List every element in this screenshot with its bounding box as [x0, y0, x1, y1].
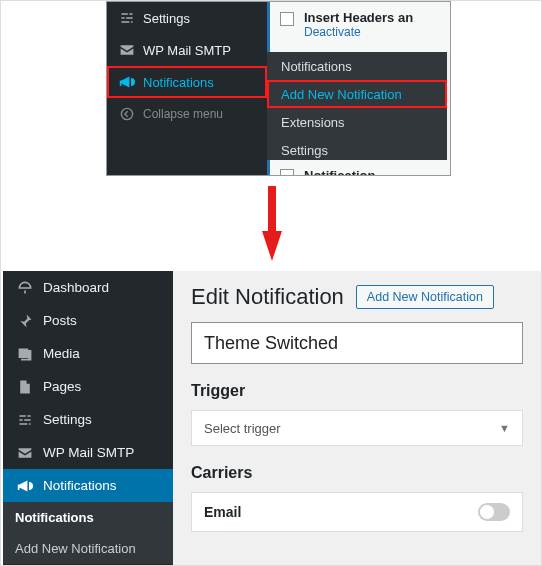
sliders-icon: [15, 412, 35, 428]
trigger-select[interactable]: Select trigger ▼: [191, 410, 523, 446]
carrier-toggle[interactable]: [478, 503, 510, 521]
screenshot-bottom: Dashboard Posts Media Pages: [3, 271, 541, 565]
plugin-row: Insert Headers an Deactivate: [267, 2, 451, 52]
collapse-menu[interactable]: Collapse menu: [107, 98, 267, 130]
sidebar-item-posts[interactable]: Posts: [3, 304, 173, 337]
notification-title-input[interactable]: [191, 322, 523, 364]
main-content: Edit Notification Add New Notification T…: [173, 271, 541, 565]
submenu-notifications[interactable]: Notifications: [267, 52, 447, 80]
plugin-deactivate-link[interactable]: Deactivate: [304, 25, 413, 39]
highlight-box-submenu: [267, 80, 447, 108]
plugin-row-2: Notification: [267, 160, 451, 176]
page-icon: [15, 379, 35, 395]
sidebar-label: Settings: [43, 412, 92, 427]
red-arrow-down-icon: [262, 186, 282, 261]
sliders-icon: [117, 10, 137, 26]
sidebar-item-wp-mail-smtp[interactable]: WP Mail SMTP: [107, 34, 267, 66]
sidebar-item-dashboard[interactable]: Dashboard: [3, 271, 173, 304]
sidebar-item-pages[interactable]: Pages: [3, 370, 173, 403]
sidebar-item-settings[interactable]: Settings: [3, 403, 173, 436]
sidebar-item-media[interactable]: Media: [3, 337, 173, 370]
mail-icon: [15, 445, 35, 461]
sidebar-label: Media: [43, 346, 80, 361]
media-icon: [15, 346, 35, 362]
sidebar-label: Settings: [143, 11, 190, 26]
plugin-name: Notification: [304, 168, 376, 177]
pin-icon: [15, 313, 35, 329]
sidebar-label: WP Mail SMTP: [143, 43, 231, 58]
mail-icon: [117, 42, 137, 58]
submenu-notifications[interactable]: Notifications: [3, 502, 173, 533]
svg-point-0: [121, 108, 132, 119]
sidebar-item-wp-mail-smtp[interactable]: WP Mail SMTP: [3, 436, 173, 469]
carriers-section-label: Carriers: [191, 464, 523, 482]
trigger-placeholder: Select trigger: [204, 421, 281, 436]
trigger-section-label: Trigger: [191, 382, 523, 400]
add-new-notification-button[interactable]: Add New Notification: [356, 285, 494, 309]
megaphone-icon: [15, 478, 35, 494]
sidebar-label: Dashboard: [43, 280, 109, 295]
sidebar-label: Notifications: [43, 478, 117, 493]
collapse-label: Collapse menu: [143, 107, 223, 121]
carrier-label: Email: [204, 504, 241, 520]
sidebar-label: Posts: [43, 313, 77, 328]
screenshot-top: Settings WP Mail SMTP Notifications Coll…: [106, 1, 451, 176]
page-title: Edit Notification: [191, 284, 344, 310]
notifications-submenu: Notifications Add New Notification Exten…: [267, 52, 447, 164]
sidebar-label: WP Mail SMTP: [43, 445, 134, 460]
sidebar-item-settings[interactable]: Settings: [107, 2, 267, 34]
collapse-icon: [117, 107, 137, 121]
checkbox[interactable]: [280, 12, 294, 26]
title-bar: Edit Notification Add New Notification: [191, 284, 523, 310]
sidebar-item-notifications[interactable]: Notifications: [3, 469, 173, 502]
admin-sidebar: Dashboard Posts Media Pages: [3, 271, 173, 565]
dashboard-icon: [15, 280, 35, 296]
sidebar-label: Pages: [43, 379, 81, 394]
highlight-box-menu: [107, 66, 267, 98]
checkbox[interactable]: [280, 169, 294, 176]
carrier-row-email[interactable]: Email: [191, 492, 523, 532]
submenu-extensions[interactable]: Extensions: [267, 108, 447, 136]
caret-down-icon: ▼: [499, 422, 510, 434]
submenu-add-new-notification[interactable]: Add New Notification: [3, 533, 173, 564]
plugin-name: Insert Headers an: [304, 10, 413, 25]
